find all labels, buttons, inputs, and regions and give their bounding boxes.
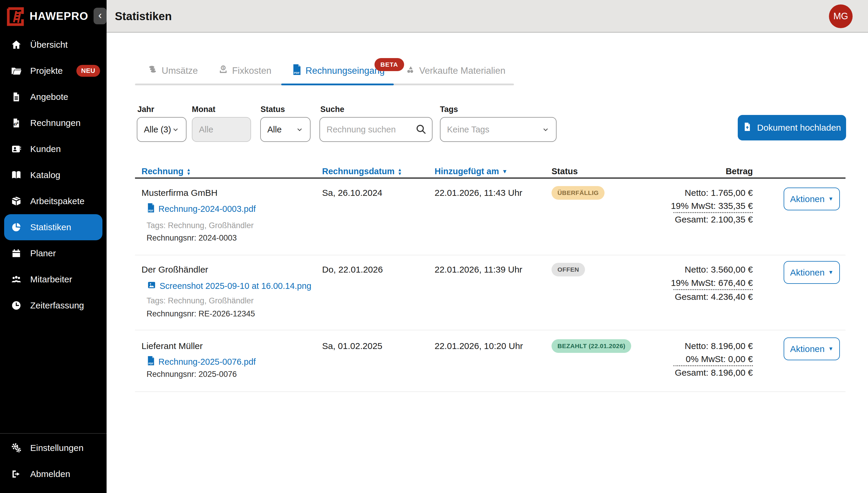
sidebar-item-einstellungen[interactable]: Einstellungen — [4, 435, 102, 461]
caret-down-icon: ▼ — [828, 346, 833, 352]
actions-button[interactable]: Aktionen ▼ — [784, 188, 840, 210]
amount-mwst: 19% MwSt: 676,40 € — [671, 278, 753, 288]
row-name: Musterfirma GmBH — [141, 188, 218, 198]
collapse-sidebar-button[interactable]: ‹ — [94, 8, 107, 24]
amount-netto: Netto: 3.560,00 € — [685, 264, 753, 275]
tab-label: Umsätze — [162, 65, 198, 76]
brand-name: HAWEPRO — [30, 0, 88, 33]
time-icon — [11, 300, 22, 311]
sidebar-item-katalog[interactable]: Katalog — [4, 162, 102, 188]
tags-label: Tags — [440, 105, 458, 114]
sidebar-item-zeiterfassung[interactable]: Zeiterfassung — [4, 293, 102, 319]
tab-rechnungseingang[interactable]: PDF Rechnungseingang — [293, 62, 385, 80]
tags-select[interactable]: Keine Tags — [440, 117, 556, 142]
pdf-file-icon: PDF — [147, 356, 155, 367]
user-avatar[interactable]: MG — [829, 4, 852, 28]
tab-fixkosten[interactable]: $ Fixkosten — [219, 62, 272, 80]
sidebar-item-label: Mitarbeiter — [30, 274, 72, 284]
file-link[interactable]: PDF Rechnung-2024-0003.pdf — [147, 203, 256, 215]
sidebar-item-label: Projekte — [30, 66, 63, 76]
row-added-at: 22.01.2026, 11:39 Uhr — [435, 264, 522, 275]
sidebar-item-label: Kunden — [30, 144, 61, 154]
monat-field: Alle — [192, 117, 251, 142]
row-divider — [135, 391, 845, 392]
amount-gesamt: Gesamt: 8.196,00 € — [675, 368, 753, 378]
sidebar-item-uebersicht[interactable]: Übersicht — [4, 32, 102, 58]
tab-underline-active — [281, 84, 394, 85]
sidebar-item-label: Statistiken — [30, 222, 71, 232]
tab-umsaetze[interactable]: Umsätze — [148, 62, 198, 80]
sidebar-item-arbeitspakete[interactable]: Arbeitspakete — [4, 188, 102, 214]
sidebar: HAWEPRO Übersicht Projekte NEU Ange — [0, 0, 107, 493]
column-header-hinzugefuegt-am[interactable]: Hinzugefügt am ▼ — [435, 167, 507, 176]
statistics-icon — [11, 221, 22, 233]
tab-verkaufte-materialien[interactable]: Verkaufte Materialien — [406, 62, 505, 80]
sidebar-item-label: Katalog — [30, 170, 61, 180]
file-link-label: Screenshot 2025-09-10 at 16.00.14.png — [160, 281, 312, 291]
amount-mwst: 19% MwSt: 335,35 € — [671, 201, 753, 211]
file-link[interactable]: PDF Rechnung-2025-0076.pdf — [147, 356, 256, 367]
amount-netto: Netto: 8.196,00 € — [685, 341, 753, 351]
topbar: Statistiken MG — [107, 0, 868, 33]
row-invoice-number: Rechnungsnr: RE-2026-12345 — [146, 309, 255, 319]
sidebar-item-kunden[interactable]: Kunden — [4, 136, 102, 162]
upload-document-button[interactable]: Dokument hochladen — [738, 115, 846, 141]
row-added-at: 22.01.2026, 10:20 Uhr — [435, 341, 523, 351]
sort-desc-icon: ▼ — [502, 168, 508, 175]
sidebar-item-statistiken[interactable]: Statistiken — [4, 214, 102, 240]
sidebar-item-abmelden[interactable]: Abmelden — [4, 461, 102, 487]
actions-button[interactable]: Aktionen ▼ — [784, 261, 840, 284]
column-header-rechnungsdatum[interactable]: Rechnungsdatum ▲▼ — [322, 167, 402, 176]
column-header-label: Rechnungsdatum — [322, 167, 395, 176]
column-header-rechnung[interactable]: Rechnung ▲▼ — [141, 167, 191, 176]
sort-icon: ▲▼ — [397, 168, 402, 175]
monat-field-value: Alle — [199, 125, 213, 134]
row-tags: Tags: Rechnung, Großhändler — [146, 221, 254, 230]
amount-netto: Netto: 1.765,00 € — [685, 188, 753, 198]
file-link[interactable]: Screenshot 2025-09-10 at 16.00.14.png — [147, 281, 312, 292]
svg-text:PDF: PDF — [294, 71, 300, 74]
actions-button[interactable]: Aktionen ▼ — [784, 338, 840, 360]
upload-icon — [743, 122, 752, 134]
planner-icon — [11, 248, 22, 259]
sidebar-item-rechnungen[interactable]: $ Rechnungen — [4, 110, 102, 136]
sidebar-item-planer[interactable]: Planer — [4, 240, 102, 266]
column-header-betrag: Betrag — [726, 167, 753, 176]
jahr-select-value: Alle (3) — [144, 125, 171, 134]
sidebar-item-label: Zeiterfassung — [30, 300, 84, 310]
pdf-file-icon: PDF — [147, 203, 155, 215]
svg-text:$: $ — [15, 123, 17, 126]
sidebar-item-mitarbeiter[interactable]: Mitarbeiter — [4, 266, 102, 293]
upload-button-label: Dokument hochladen — [757, 123, 841, 133]
monat-label: Monat — [192, 105, 215, 114]
row-added-at: 22.01.2026, 11:43 Uhr — [435, 188, 522, 198]
row-divider — [135, 255, 845, 255]
status-select[interactable]: Alle — [260, 117, 311, 142]
folder-icon — [11, 65, 22, 77]
brand: HAWEPRO — [0, 0, 107, 33]
tab-label: Fixkosten — [232, 65, 272, 76]
status-badge: OFFEN — [551, 263, 585, 276]
sort-icon: ▲▼ — [186, 168, 191, 175]
column-header-status: Status — [551, 167, 578, 176]
chevron-down-icon — [296, 126, 303, 133]
search-icon[interactable] — [415, 123, 427, 136]
jahr-select[interactable]: Alle (3) — [137, 117, 186, 142]
status-badge: ÜBERFÄLLIG — [551, 186, 604, 200]
employees-icon — [11, 274, 22, 285]
tags-select-value: Keine Tags — [447, 125, 489, 134]
svg-text:PDF: PDF — [148, 362, 153, 365]
suche-label: Suche — [320, 105, 344, 114]
customers-icon — [11, 144, 22, 155]
caret-down-icon: ▼ — [828, 269, 833, 276]
home-icon — [11, 39, 22, 50]
row-name: Lieferant Müller — [141, 341, 203, 351]
sidebar-item-projekte[interactable]: Projekte NEU — [4, 58, 102, 84]
column-header-label: Rechnung — [141, 167, 184, 176]
tab-label: Rechnungseingang — [305, 65, 385, 76]
sidebar-item-angebote[interactable]: Angebote — [4, 84, 102, 110]
jahr-label: Jahr — [137, 105, 154, 114]
chevron-down-icon — [172, 126, 179, 133]
amount-divider — [673, 212, 753, 213]
chevron-down-icon — [542, 126, 549, 133]
